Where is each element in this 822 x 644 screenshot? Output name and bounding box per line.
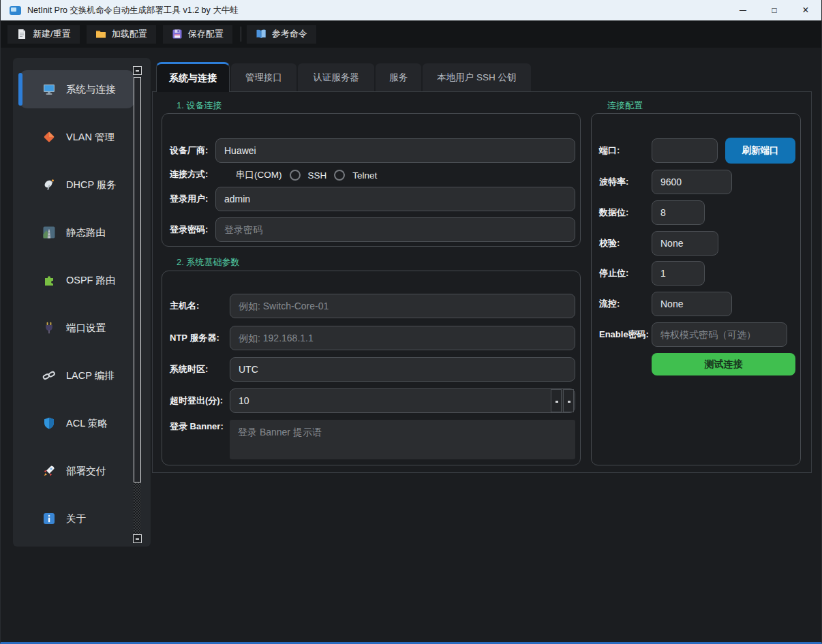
sidebar-item-deploy[interactable]: 部署交付	[20, 452, 134, 490]
spin-down-button[interactable]	[563, 389, 574, 412]
sidebar-item-ospf[interactable]: OSPF 路由	[20, 261, 134, 299]
tab-system-connection[interactable]: 系统与连接	[156, 62, 230, 92]
refresh-ports-button[interactable]: 刷新端口	[725, 138, 795, 164]
new-reset-label: 新建/重置	[33, 28, 71, 40]
tab-services[interactable]: 服务	[376, 63, 421, 91]
close-icon[interactable]: ×	[790, 0, 821, 20]
baud-rate-input[interactable]	[652, 170, 732, 194]
sidebar-item-label: 系统与连接	[66, 83, 116, 96]
sidebar-item-vlan[interactable]: VLAN 管理	[20, 118, 134, 156]
enable-password-input[interactable]	[652, 322, 787, 347]
tab-local-user-ssh-key[interactable]: 本地用户 SSH 公钥	[423, 63, 531, 91]
road-icon	[42, 226, 56, 239]
toolbar: 新建/重置 加载配置 保存配置 参考命令	[1, 20, 821, 48]
ntp-server-label: NTP 服务器:	[170, 326, 219, 350]
login-user-input[interactable]	[215, 187, 575, 211]
vendor-input[interactable]	[215, 138, 575, 163]
satellite-dish-icon	[42, 178, 56, 191]
app-icon	[10, 6, 21, 15]
reference-commands-label: 参考命令	[272, 28, 307, 40]
toolbar-separator	[241, 27, 241, 42]
test-connection-button[interactable]: 测试连接	[652, 353, 795, 375]
monitor-icon	[42, 82, 56, 96]
link-icon	[42, 369, 56, 382]
radio-ssh-label[interactable]: SSH	[308, 170, 327, 181]
open-folder-icon	[95, 29, 106, 40]
baud-rate-label: 波特率:	[599, 170, 628, 194]
timezone-input[interactable]	[230, 357, 575, 382]
minimize-icon[interactable]: ─	[727, 0, 759, 20]
parity-label: 校验:	[599, 231, 620, 256]
tab-label: 本地用户 SSH 公钥	[437, 72, 516, 84]
scrollbar-down-button[interactable]	[133, 534, 142, 543]
radio-serial-label[interactable]: 串口(COM)	[236, 169, 282, 181]
radio-telnet-circle[interactable]	[334, 170, 345, 181]
stop-bits-input[interactable]	[652, 261, 705, 286]
sidebar-item-dhcp[interactable]: DHCP 服务	[20, 166, 134, 204]
hostname-label: 主机名:	[170, 294, 199, 318]
section-title-system-params: 2. 系统基础参数	[177, 256, 239, 269]
load-config-button[interactable]: 加载配置	[87, 25, 156, 44]
tab-label: 系统与连接	[169, 72, 217, 85]
scrollbar-up-button[interactable]	[133, 66, 142, 75]
puzzle-icon	[42, 273, 56, 287]
spin-up-button[interactable]	[551, 389, 562, 412]
sidebar-item-system-connection[interactable]: 系统与连接	[20, 70, 134, 108]
connection-mode-label: 连接方式:	[170, 163, 208, 186]
login-user-label: 登录用户:	[170, 187, 208, 211]
scrollbar-thumb[interactable]	[134, 77, 141, 482]
tab-label: 服务	[389, 72, 408, 84]
stop-bits-label: 停止位:	[599, 261, 628, 286]
parity-input[interactable]	[652, 231, 718, 256]
sidebar-item-about[interactable]: 关于	[20, 500, 134, 538]
rocket-icon	[42, 464, 56, 478]
flow-control-input[interactable]	[652, 292, 732, 316]
sidebar-item-port-settings[interactable]: 端口设置	[20, 309, 134, 347]
data-bits-input[interactable]	[652, 200, 705, 225]
orange-diamond-icon	[42, 130, 56, 144]
port-input[interactable]	[652, 138, 718, 163]
logout-timeout-spinbox[interactable]	[230, 388, 575, 413]
tab-auth-server[interactable]: 认证服务器	[298, 63, 374, 91]
radio-ssh-circle[interactable]	[290, 170, 301, 181]
tab-label: 认证服务器	[313, 72, 359, 84]
sidebar-item-lacp[interactable]: LACP 编排	[20, 356, 134, 395]
sidebar-item-label: LACP 编排	[66, 369, 115, 382]
timezone-label: 系统时区:	[170, 357, 208, 382]
sidebar-item-label: 部署交付	[66, 465, 106, 478]
login-banner-textarea[interactable]	[230, 420, 575, 459]
title-bar: NetInit Pro 交换机命令自动生成部署工具 v1.2 by 大牛蛙 ─ …	[1, 0, 821, 20]
hostname-input[interactable]	[230, 294, 575, 318]
shield-icon	[42, 416, 56, 430]
login-banner-label: 登录 Banner:	[170, 420, 224, 433]
sidebar-item-label: VLAN 管理	[66, 131, 115, 144]
sidebar-item-label: 端口设置	[66, 322, 106, 335]
reference-commands-button[interactable]: 参考命令	[247, 25, 316, 44]
open-book-icon	[256, 29, 267, 40]
scrollbar-trough[interactable]	[134, 482, 141, 534]
active-accent-bar	[18, 73, 22, 106]
section-title-device-connection: 1. 设备连接	[177, 99, 222, 112]
sidebar-item-static-route[interactable]: 静态路由	[20, 213, 134, 251]
sidebar-item-label: 静态路由	[66, 226, 106, 239]
floppy-disk-icon	[172, 29, 183, 40]
connection-config-card	[591, 113, 801, 465]
load-config-label: 加载配置	[112, 28, 147, 40]
save-config-button[interactable]: 保存配置	[163, 25, 232, 44]
new-reset-button[interactable]: 新建/重置	[7, 25, 80, 44]
window-title: NetInit Pro 交换机命令自动生成部署工具 v1.2 by 大牛蛙	[27, 5, 239, 16]
maximize-icon[interactable]: □	[759, 0, 790, 20]
sidebar-item-label: ACL 策略	[66, 417, 108, 430]
login-password-input[interactable]	[215, 217, 575, 242]
tab-mgmt-interface[interactable]: 管理接口	[231, 63, 296, 91]
login-password-label: 登录密码:	[170, 217, 208, 242]
sidebar-item-acl[interactable]: ACL 策略	[20, 404, 134, 442]
tab-label: 管理接口	[245, 72, 282, 84]
sidebar-item-label: DHCP 服务	[66, 179, 117, 191]
ntp-server-input[interactable]	[230, 326, 575, 350]
radio-telnet-label[interactable]: Telnet	[352, 170, 377, 181]
flow-control-label: 流控:	[599, 292, 620, 316]
window-controls: ─ □ ×	[727, 0, 821, 20]
sidebar-item-label: 关于	[66, 512, 86, 525]
app-window: NetInit Pro 交换机命令自动生成部署工具 v1.2 by 大牛蛙 ─ …	[0, 0, 822, 644]
